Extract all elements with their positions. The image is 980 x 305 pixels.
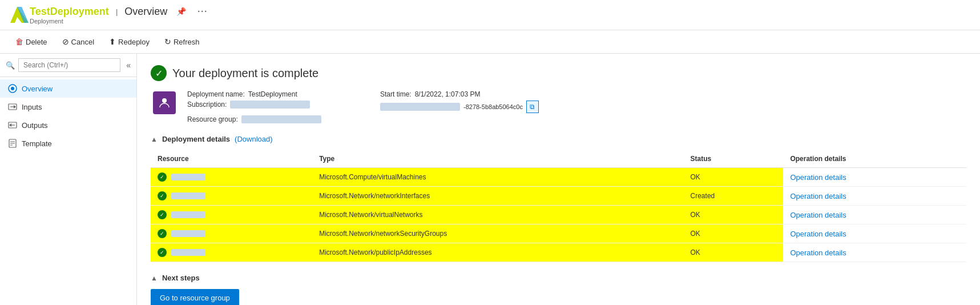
resource-name-value[interactable] [171, 192, 205, 199]
operation-details-link[interactable]: Operation details [790, 173, 846, 182]
sidebar-item-label: Outputs [22, 121, 48, 130]
more-options-icon[interactable]: ··· [197, 7, 208, 16]
refresh-icon: ↻ [164, 37, 171, 46]
redeploy-button[interactable]: ⬆ Redeploy [103, 34, 156, 50]
copy-button[interactable]: ⧉ [526, 101, 539, 113]
correlation-id-blurred [380, 103, 460, 111]
subscription-value [230, 101, 310, 109]
sidebar-nav: Overview Inputs Outputs Te [0, 77, 136, 305]
refresh-button[interactable]: ↻ Refresh [158, 34, 206, 50]
subscription-row: Subscription: [187, 101, 346, 113]
operation-details-link[interactable]: Operation details [790, 211, 846, 219]
column-resource: Resource [151, 150, 312, 168]
start-time-value: 8/1/2022, 1:07:03 PM [415, 90, 481, 98]
redeploy-icon: ⬆ [109, 37, 116, 46]
deployment-details-header[interactable]: ▲ Deployment details (Download) [151, 135, 966, 143]
overview-icon [8, 84, 17, 93]
sidebar-item-label: Inputs [22, 103, 42, 111]
type-cell: Microsoft.Network/networkSecurityGroups [312, 224, 683, 243]
cancel-icon: ⊘ [62, 37, 69, 46]
go-to-resource-group-button[interactable]: Go to resource group [151, 289, 239, 305]
table-body: ✓ Microsoft.Compute/virtualMachinesOKOpe… [151, 168, 966, 262]
resource-cell: ✓ [151, 168, 312, 187]
status-cell: Created [684, 187, 784, 206]
operation-cell: Operation details [783, 206, 966, 224]
success-message: Your deployment is complete [172, 67, 318, 80]
correlation-id-row: -8278-5b8ab5064c0c ⧉ [380, 101, 539, 113]
deployment-name-value: TestDeployment [248, 90, 297, 98]
operation-cell: Operation details [783, 168, 966, 187]
start-time-label: Start time: [380, 90, 412, 98]
search-box: 🔍 « [0, 54, 136, 77]
column-status: Status [684, 150, 784, 168]
sidebar-item-template[interactable]: Template [0, 134, 136, 152]
header-pipe: | [116, 7, 118, 16]
chevron-icon: ▲ [151, 274, 158, 282]
svg-marker-6 [14, 105, 16, 109]
resource-name-value[interactable] [171, 211, 205, 218]
status-cell: OK [684, 224, 784, 243]
deployment-icon [153, 91, 176, 114]
header-main-title: TestDeployment | Overview 📌 ··· [30, 6, 208, 18]
next-steps-header[interactable]: ▲ Next steps [151, 274, 966, 282]
deployment-info: Deployment name: TestDeployment Start ti… [151, 90, 966, 123]
operation-details-link[interactable]: Operation details [790, 230, 846, 238]
azure-logo [9, 5, 30, 25]
deployment-name-row: Deployment name: TestDeployment [187, 90, 346, 98]
table-header: Resource Type Status Operation details [151, 150, 966, 168]
cancel-button[interactable]: ⊘ Cancel [56, 34, 100, 50]
status-check-icon: ✓ [158, 248, 167, 257]
status-check-icon: ✓ [158, 191, 167, 200]
status-cell: OK [684, 206, 784, 224]
chevron-icon: ▲ [151, 135, 158, 143]
sidebar-item-label: Template [22, 139, 52, 148]
download-link[interactable]: (Download) [235, 135, 272, 143]
resource-group-value [241, 115, 321, 123]
resource-cell: ✓ [151, 187, 312, 206]
page-title: Overview [124, 6, 167, 18]
operation-details-link[interactable]: Operation details [790, 192, 846, 200]
redeploy-label: Redeploy [118, 38, 150, 46]
success-icon: ✓ [151, 65, 167, 81]
search-icon: 🔍 [6, 61, 15, 70]
column-operation: Operation details [783, 150, 966, 168]
resource-cell: ✓ [151, 206, 312, 224]
start-time-row: Start time: 8/1/2022, 1:07:03 PM [380, 90, 539, 98]
status-check-icon: ✓ [158, 229, 167, 238]
pin-icon[interactable]: 📌 [176, 7, 186, 16]
correlation-id-suffix: -8278-5b8ab5064c0c [463, 103, 523, 110]
svg-point-3 [11, 87, 14, 90]
sidebar-item-overview[interactable]: Overview [0, 79, 136, 98]
table-row: ✓ Microsoft.Network/networkSecurityGroup… [151, 224, 966, 243]
sidebar-item-outputs[interactable]: Outputs [0, 116, 136, 134]
column-type: Type [312, 150, 683, 168]
search-input[interactable] [18, 58, 120, 72]
resource-name-value[interactable] [171, 174, 205, 180]
page-header: TestDeployment | Overview 📌 ··· Deployme… [0, 0, 980, 30]
inputs-icon [8, 102, 17, 111]
status-check-icon: ✓ [158, 210, 167, 219]
svg-marker-9 [9, 123, 11, 127]
delete-button[interactable]: 🗑 Delete [9, 34, 54, 50]
refresh-label: Refresh [174, 38, 200, 46]
operation-cell: Operation details [783, 187, 966, 206]
svg-point-14 [162, 98, 167, 103]
header-title-group: TestDeployment | Overview 📌 ··· Deployme… [30, 6, 208, 25]
status-cell: OK [684, 168, 784, 187]
delete-label: Delete [26, 38, 47, 46]
sidebar-item-inputs[interactable]: Inputs [0, 98, 136, 116]
type-cell: Microsoft.Network/virtualNetworks [312, 206, 683, 224]
next-steps-label: Next steps [162, 274, 200, 282]
type-cell: Microsoft.Network/publicIpAddresses [312, 243, 683, 262]
resource-name-value[interactable] [171, 249, 205, 256]
deployment-meta: Deployment name: TestDeployment Start ti… [187, 90, 539, 123]
operation-details-link[interactable]: Operation details [790, 248, 846, 257]
delete-icon: 🗑 [15, 37, 23, 46]
table-row: ✓ Microsoft.Network/networkInterfacesCre… [151, 187, 966, 206]
resource-name-value[interactable] [171, 230, 205, 237]
main-content: ✓ Your deployment is complete Deployment… [137, 54, 980, 305]
subscription-label: Subscription: [187, 101, 227, 109]
table-row: ✓ Microsoft.Network/virtualNetworksOKOpe… [151, 206, 966, 224]
type-cell: Microsoft.Network/networkInterfaces [312, 187, 683, 206]
collapse-icon[interactable]: « [126, 61, 131, 70]
